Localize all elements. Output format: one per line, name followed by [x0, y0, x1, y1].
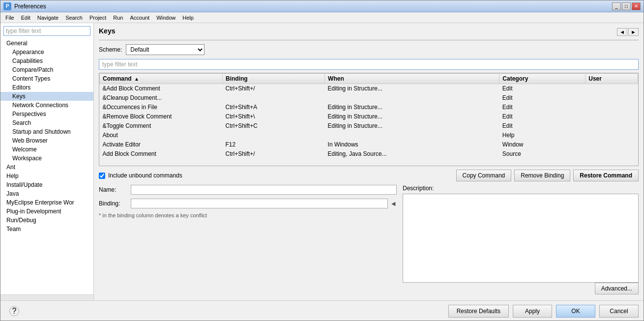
sidebar-item-myeclipse[interactable]: MyEclipse Enterprise Wor: [0, 198, 93, 207]
sidebar-item-compare-patch[interactable]: Compare/Patch: [0, 65, 93, 74]
advanced-row: Advanced...: [99, 283, 639, 294]
table-row[interactable]: Add Block CommentCtrl+Shift+/Editing, Ja…: [100, 149, 638, 159]
binding-arrow-button[interactable]: ◄: [390, 200, 397, 207]
app-icon: P: [3, 2, 11, 10]
table-row[interactable]: &Add Block CommentCtrl+Shift+/Editing in…: [100, 84, 638, 93]
include-unbound-label[interactable]: Include unbound commands: [108, 172, 182, 179]
sidebar-item-welcome[interactable]: Welcome: [0, 145, 93, 154]
sidebar-item-appearance[interactable]: Appearance: [0, 48, 93, 57]
scheme-select[interactable]: Default Emacs: [126, 44, 205, 55]
nav-fwd-button[interactable]: ►: [628, 28, 639, 36]
table-row[interactable]: &Occurrences in FileCtrl+Shift+AEditing …: [100, 103, 638, 112]
col-binding[interactable]: Binding: [223, 74, 325, 84]
sidebar-item-run-debug[interactable]: Run/Debug: [0, 216, 93, 225]
col-command[interactable]: Command ▲: [100, 74, 223, 84]
keys-table: Command ▲ Binding When Category User &Ad…: [99, 73, 638, 159]
sidebar-item-capabilities[interactable]: Capabilities: [0, 57, 93, 65]
ok-button[interactable]: OK: [556, 305, 595, 318]
description-label: Description:: [403, 185, 639, 192]
main-content: GeneralAppearanceCapabilitiesCompare/Pat…: [0, 23, 644, 300]
title-bar: P Preferences _ □ ✕: [0, 0, 644, 12]
help-icon[interactable]: ?: [9, 306, 19, 316]
binding-label: Binding:: [99, 200, 131, 207]
menu-item-navigate[interactable]: Navigate: [34, 14, 61, 22]
sidebar-item-plugin-dev[interactable]: Plug-in Development: [0, 207, 93, 216]
menu-bar: FileEditNavigateSearchProjectRunAccountW…: [0, 12, 644, 23]
help-area: ?: [5, 306, 444, 316]
menu-item-window[interactable]: Window: [153, 14, 178, 22]
detail-section: Name: Binding: ◄ * in the binding column…: [99, 185, 639, 283]
menu-item-edit[interactable]: Edit: [18, 14, 33, 22]
description-textarea: [403, 194, 639, 283]
sidebar-item-search[interactable]: Search: [0, 118, 93, 127]
menu-item-run[interactable]: Run: [110, 14, 126, 22]
sidebar-item-team[interactable]: Team: [0, 225, 93, 233]
command-buttons: Copy Command Remove Binding Restore Comm…: [456, 170, 639, 181]
nav-back-button[interactable]: ◄: [617, 28, 627, 36]
sidebar-item-ant[interactable]: Ant: [0, 163, 93, 172]
advanced-button[interactable]: Advanced...: [595, 283, 639, 294]
sidebar-item-startup-shutdown[interactable]: Startup and Shutdown: [0, 127, 93, 136]
preferences-window: P Preferences _ □ ✕ FileEditNavigateSear…: [0, 0, 644, 321]
table-row[interactable]: AboutHelp: [100, 131, 638, 140]
detail-right: Description:: [403, 185, 639, 283]
sidebar-item-web-browser[interactable]: Web Browser: [0, 136, 93, 145]
table-row[interactable]: &Cleanup Document...Edit: [100, 93, 638, 103]
cancel-button[interactable]: Cancel: [599, 305, 639, 318]
tree-area: GeneralAppearanceCapabilitiesCompare/Pat…: [0, 39, 93, 294]
name-label: Name:: [99, 186, 131, 193]
restore-command-button[interactable]: Restore Command: [573, 170, 639, 181]
sidebar-item-perspectives[interactable]: Perspectives: [0, 110, 93, 118]
restore-defaults-button[interactable]: Restore Defaults: [448, 305, 509, 318]
binding-input[interactable]: [131, 199, 388, 208]
sidebar-item-editors[interactable]: Editors: [0, 83, 93, 92]
maximize-button[interactable]: □: [622, 2, 631, 10]
table-row[interactable]: Activate EditorF12In WindowsWindow: [100, 140, 638, 149]
copy-command-button[interactable]: Copy Command: [456, 170, 512, 181]
window-controls: _ □ ✕: [612, 2, 641, 10]
scheme-row: Scheme: Default Emacs: [99, 44, 639, 55]
table-row[interactable]: &Toggle CommentCtrl+Shift+CEditing in St…: [100, 121, 638, 131]
sidebar-scrollbar[interactable]: [0, 294, 93, 300]
sidebar-item-general[interactable]: General: [0, 39, 93, 48]
scheme-label: Scheme:: [99, 46, 122, 53]
bottom-bar: ? Restore Defaults Apply OK Cancel: [0, 300, 644, 321]
col-user[interactable]: User: [585, 74, 638, 84]
menu-item-help[interactable]: Help: [179, 14, 197, 22]
sidebar-item-network-connections[interactable]: Network Connections: [0, 101, 93, 110]
name-input[interactable]: [131, 185, 397, 195]
sidebar-item-keys[interactable]: Keys: [0, 92, 93, 101]
sidebar-item-workspace[interactable]: Workspace: [0, 154, 93, 163]
panel-title: Keys: [99, 27, 617, 37]
table-row[interactable]: &Remove Block CommentCtrl+Shift+\Editing…: [100, 112, 638, 121]
sidebar-item-java[interactable]: Java: [0, 189, 93, 198]
menu-item-file[interactable]: File: [2, 14, 17, 22]
col-category[interactable]: Category: [499, 74, 585, 84]
window-title: Preferences: [14, 3, 612, 10]
sidebar-item-help[interactable]: Help: [0, 172, 93, 180]
minimize-button[interactable]: _: [612, 2, 621, 10]
menu-item-account[interactable]: Account: [127, 14, 152, 22]
include-unbound-checkbox[interactable]: [99, 173, 105, 179]
sidebar-item-content-types[interactable]: Content Types: [0, 74, 93, 83]
name-row: Name:: [99, 185, 397, 195]
col-when[interactable]: When: [325, 74, 499, 84]
sort-arrow: ▲: [134, 76, 139, 82]
detail-left: Name: Binding: ◄ * in the binding column…: [99, 185, 397, 283]
keys-filter-input[interactable]: [99, 59, 639, 70]
actions-row: Include unbound commands Copy Command Re…: [99, 169, 639, 182]
binding-row: Binding: ◄: [99, 199, 397, 208]
keys-table-container[interactable]: Command ▲ Binding When Category User &Ad…: [99, 73, 639, 166]
remove-binding-button[interactable]: Remove Binding: [514, 170, 570, 181]
sidebar: GeneralAppearanceCapabilitiesCompare/Pat…: [0, 23, 94, 300]
close-button[interactable]: ✕: [632, 2, 641, 10]
menu-item-search[interactable]: Search: [62, 14, 86, 22]
conflict-note: * in the binding column denotes a key co…: [99, 212, 397, 218]
apply-button[interactable]: Apply: [513, 305, 552, 318]
include-unbound-row: Include unbound commands: [99, 172, 456, 179]
menu-item-project[interactable]: Project: [87, 14, 109, 22]
sidebar-item-install-update[interactable]: Install/Update: [0, 180, 93, 189]
right-panel: Keys ◄ ► Scheme: Default Emacs: [94, 23, 644, 300]
sidebar-filter-input[interactable]: [3, 26, 90, 36]
